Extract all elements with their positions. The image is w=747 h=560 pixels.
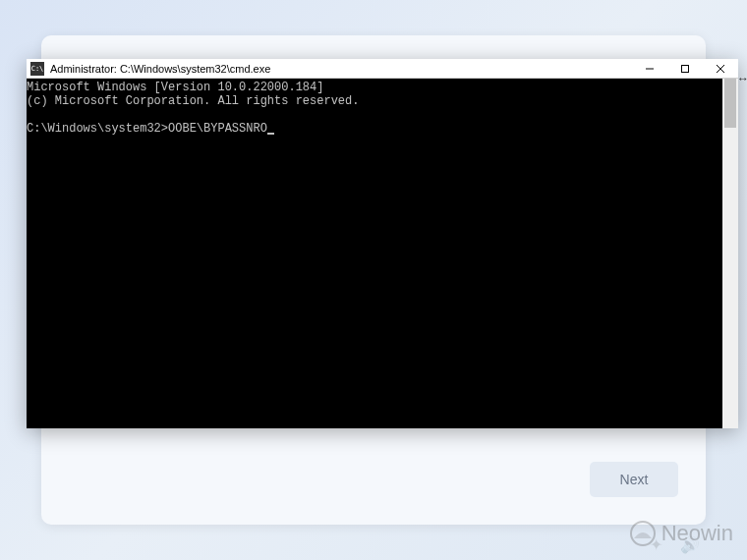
window-controls bbox=[632, 59, 738, 78]
watermark: Neowin bbox=[630, 521, 733, 546]
scrollbar-thumb[interactable] bbox=[724, 79, 736, 128]
scrollbar[interactable] bbox=[722, 79, 738, 428]
cmd-window: C:\ Administrator: C:\Windows\system32\c… bbox=[27, 59, 738, 428]
titlebar[interactable]: C:\ Administrator: C:\Windows\system32\c… bbox=[27, 59, 738, 79]
minimize-button[interactable] bbox=[632, 59, 667, 79]
cursor bbox=[267, 133, 274, 135]
window-title: Administrator: C:\Windows\system32\cmd.e… bbox=[50, 63, 632, 75]
typed-command: OOBE\BYPASSNRO bbox=[168, 122, 267, 136]
neowin-logo-icon bbox=[630, 521, 656, 546]
copyright-line: (c) Microsoft Corporation. All rights re… bbox=[27, 94, 359, 108]
watermark-text: Neowin bbox=[661, 521, 733, 546]
prompt: C:\Windows\system32> bbox=[27, 122, 168, 136]
svg-rect-1 bbox=[682, 66, 689, 73]
resize-cursor-icon: ↔ bbox=[737, 72, 747, 85]
close-button[interactable] bbox=[703, 59, 738, 79]
terminal-output[interactable]: Microsoft Windows [Version 10.0.22000.18… bbox=[27, 79, 722, 428]
version-line: Microsoft Windows [Version 10.0.22000.18… bbox=[27, 81, 323, 94]
cmd-icon: C:\ bbox=[30, 62, 44, 76]
maximize-button[interactable] bbox=[667, 59, 703, 79]
next-button[interactable]: Next bbox=[590, 462, 678, 497]
